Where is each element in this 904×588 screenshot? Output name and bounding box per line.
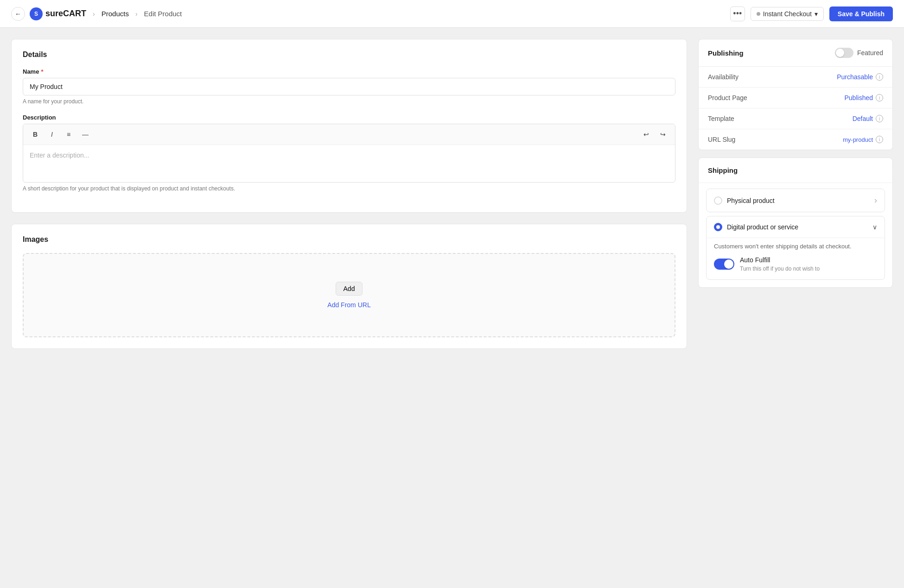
description-editor: B I ≡ — ↩ ↪ Enter a description... xyxy=(23,124,675,183)
availability-info-icon[interactable]: i xyxy=(876,73,883,81)
description-area[interactable]: Enter a description... xyxy=(23,145,675,182)
redo-button[interactable]: ↪ xyxy=(656,128,669,141)
details-title: Details xyxy=(23,51,675,59)
add-image-button[interactable]: Add xyxy=(336,282,363,296)
publishing-title: Publishing xyxy=(708,49,744,57)
physical-product-option: Physical product xyxy=(706,189,885,212)
digital-chevron-down xyxy=(872,223,877,231)
featured-toggle[interactable] xyxy=(835,48,853,58)
digital-product-option: Digital product or service Customers won… xyxy=(706,216,885,280)
digital-radio-inner xyxy=(716,225,720,229)
url-slug-info-icon[interactable]: i xyxy=(876,136,883,143)
more-button[interactable]: ••• xyxy=(730,6,745,21)
list-button[interactable]: ≡ xyxy=(62,128,75,141)
breadcrumb-edit-product: Edit Product xyxy=(144,10,182,18)
breadcrumb-products[interactable]: Products xyxy=(102,10,129,18)
logo-text: sureCART xyxy=(45,9,86,19)
availability-row: Availability Purchasable i xyxy=(699,67,892,88)
images-drop-zone[interactable]: Add Add From URL xyxy=(23,253,675,337)
auto-fulfill-description: Turn this off if you do not wish to xyxy=(740,266,820,272)
back-icon: ← xyxy=(15,10,21,18)
description-label: Description xyxy=(23,114,675,121)
physical-radio[interactable] xyxy=(714,196,722,205)
header-right: ••• Instant Checkout ▾ Save & Publish xyxy=(730,6,893,21)
instant-checkout-chevron: ▾ xyxy=(815,10,818,18)
auto-fulfill-row: Auto Fulfill Turn this off if you do not… xyxy=(714,256,877,272)
main-column: Details Name * A name for your product. … xyxy=(11,39,687,577)
name-input[interactable] xyxy=(23,78,675,95)
name-hint: A name for your product. xyxy=(23,98,675,105)
logo: S sureCART xyxy=(30,7,86,20)
publishing-card: Publishing Featured Availability Purchas… xyxy=(698,39,893,150)
name-field-group: Name * A name for your product. xyxy=(23,68,675,105)
header: ← S sureCART › Products › Edit Product •… xyxy=(0,0,904,28)
featured-toggle-group: Featured xyxy=(835,48,883,58)
italic-button[interactable]: I xyxy=(45,128,58,141)
digital-expanded: Customers won't enter shipping details a… xyxy=(707,238,885,279)
name-label: Name * xyxy=(23,68,675,75)
product-page-value[interactable]: Published i xyxy=(845,94,884,101)
description-field-group: Description B I ≡ — ↩ ↪ Enter a descript… xyxy=(23,114,675,192)
breadcrumb-sep-2: › xyxy=(135,10,138,18)
instant-checkout-dot xyxy=(757,12,760,16)
shipping-header: Shipping xyxy=(699,158,892,183)
auto-fulfill-knob xyxy=(724,259,733,269)
template-info-icon[interactable]: i xyxy=(876,115,883,122)
instant-checkout-button[interactable]: Instant Checkout ▾ xyxy=(751,7,824,21)
url-slug-label: URL Slug xyxy=(708,136,735,143)
product-page-label: Product Page xyxy=(708,94,747,101)
description-hint: A short description for your product tha… xyxy=(23,185,675,192)
logo-icon: S xyxy=(30,7,43,20)
images-card: Images Add Add From URL xyxy=(11,224,687,349)
physical-product-label: Physical product xyxy=(727,197,775,204)
instant-checkout-label: Instant Checkout xyxy=(763,10,812,18)
side-column: Publishing Featured Availability Purchas… xyxy=(698,39,893,577)
header-left: ← S sureCART › Products › Edit Product xyxy=(11,7,725,21)
shipping-card: Shipping Physical product xyxy=(698,158,893,288)
template-row: Template Default i xyxy=(699,108,892,129)
digital-product-header[interactable]: Digital product or service xyxy=(707,216,885,238)
product-page-row: Product Page Published i xyxy=(699,88,892,108)
publishing-header: Publishing Featured xyxy=(699,39,892,67)
main-layout: Details Name * A name for your product. … xyxy=(0,28,904,588)
editor-toolbar: B I ≡ — ↩ ↪ xyxy=(23,124,675,145)
availability-label: Availability xyxy=(708,73,738,81)
template-label: Template xyxy=(708,115,734,122)
url-slug-row: URL Slug my-product i xyxy=(699,129,892,150)
physical-product-left: Physical product xyxy=(714,196,775,205)
availability-value[interactable]: Purchasable i xyxy=(837,73,883,81)
physical-chevron-right xyxy=(874,196,877,205)
toolbar-right: ↩ ↪ xyxy=(640,128,669,141)
physical-product-header[interactable]: Physical product xyxy=(707,189,885,212)
product-page-info-icon[interactable]: i xyxy=(876,94,883,101)
featured-toggle-knob xyxy=(836,49,844,57)
auto-fulfill-text-group: Auto Fulfill Turn this off if you do not… xyxy=(740,256,820,272)
details-card: Details Name * A name for your product. … xyxy=(11,39,687,213)
auto-fulfill-toggle[interactable] xyxy=(714,259,734,270)
digital-radio[interactable] xyxy=(714,223,722,231)
add-from-url-link[interactable]: Add From URL xyxy=(35,301,663,309)
divider-button[interactable]: — xyxy=(79,128,92,141)
digital-product-label: Digital product or service xyxy=(727,223,798,231)
back-button[interactable]: ← xyxy=(11,7,25,21)
auto-fulfill-label: Auto Fulfill xyxy=(740,256,820,264)
breadcrumb-sep-1: › xyxy=(93,10,95,18)
name-required: * xyxy=(41,68,43,75)
more-icon: ••• xyxy=(733,9,742,19)
url-slug-value[interactable]: my-product i xyxy=(843,136,883,143)
digital-product-left: Digital product or service xyxy=(714,223,798,231)
save-publish-button[interactable]: Save & Publish xyxy=(829,6,893,21)
featured-label: Featured xyxy=(857,49,883,57)
images-title: Images xyxy=(23,235,675,244)
template-value[interactable]: Default i xyxy=(853,115,883,122)
bold-button[interactable]: B xyxy=(29,128,42,141)
digital-description: Customers won't enter shipping details a… xyxy=(714,243,877,250)
shipping-title: Shipping xyxy=(708,166,738,174)
undo-button[interactable]: ↩ xyxy=(640,128,653,141)
